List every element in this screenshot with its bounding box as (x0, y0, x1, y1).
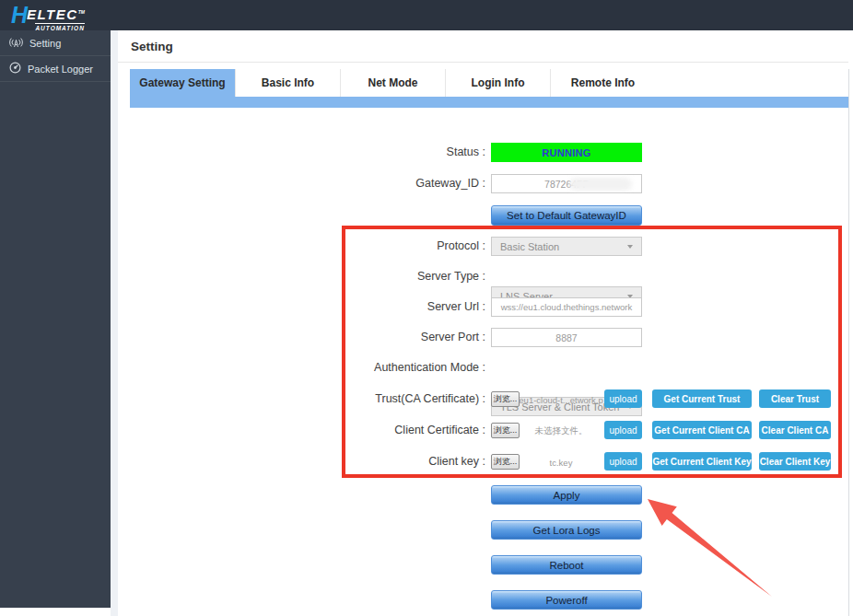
gateway-id-input[interactable]: 787264FF (491, 174, 642, 193)
sidebar-item-label: Setting (29, 38, 61, 49)
set-default-gatewayid-button[interactable]: Set to Default GatewayID (491, 205, 642, 226)
brand-h-mark: H (11, 3, 28, 27)
get-current-client-ca-button[interactable]: Get Current Client CA (652, 421, 752, 439)
content-right-border (848, 69, 849, 616)
clear-client-key-button[interactable]: Clear Client Key (759, 452, 831, 471)
topbar: H ELTECTM AUTOMATION (0, 0, 853, 30)
sidebar-item-setting[interactable]: Setting (0, 30, 111, 56)
tab-remote-info[interactable]: Remote Info (550, 69, 655, 97)
protocol-label: Protocol : (255, 239, 485, 253)
server-port-label: Server Port : (255, 331, 485, 344)
client-key-filename-text: tc.key (521, 453, 601, 471)
trust-filename-text: eu1-cloud-t...etwork.p (521, 390, 601, 409)
auth-mode-label: Authentication Mode : (255, 361, 485, 375)
trademark-symbol: TM (78, 9, 85, 15)
tab-basic-info[interactable]: Basic Info (235, 69, 340, 97)
tab-bar: Gateway Setting Basic Info Net Mode Logi… (130, 69, 655, 97)
client-key-upload-button[interactable]: upload (604, 452, 642, 471)
trust-browse-button[interactable]: 浏览... (491, 391, 520, 407)
packet-logger-icon (9, 62, 21, 76)
client-key-browse-button[interactable]: 浏览... (491, 454, 520, 470)
brand-name: ELTECTM (27, 5, 85, 22)
server-type-label: Server Type : (255, 270, 485, 284)
client-certificate-upload-button[interactable]: upload (604, 421, 642, 439)
chevron-down-icon (627, 245, 633, 249)
tab-net-mode[interactable]: Net Mode (340, 69, 445, 97)
antenna-icon (9, 37, 23, 50)
protocol-select[interactable]: Basic Station (491, 237, 642, 256)
trust-upload-button[interactable]: upload (604, 389, 642, 408)
client-key-label: Client key : (255, 455, 485, 469)
clear-client-ca-button[interactable]: Clear Client CA (759, 421, 831, 439)
server-url-input[interactable]: wss://eu1.cloud.thethings.network (491, 297, 642, 317)
trust-ca-label: Trust(CA Certificate) : (255, 392, 485, 406)
gateway-id-blur-patch (569, 178, 632, 191)
content-header: Setting (118, 30, 848, 63)
reboot-button[interactable]: Reboot (491, 555, 642, 575)
status-badge: RUNNING (491, 143, 642, 162)
poweroff-button[interactable]: Poweroff (491, 590, 642, 610)
content-gutter (111, 30, 118, 616)
apply-button[interactable]: Apply (491, 485, 642, 505)
client-certificate-filename-text: 未选择文件。 (521, 422, 601, 440)
gateway-id-label: Gateway_ID : (255, 177, 485, 191)
sidebar: Setting Packet Logger (0, 30, 111, 608)
brand-logo: H ELTECTM AUTOMATION (11, 3, 85, 31)
client-certificate-browse-button[interactable]: 浏览... (491, 423, 520, 438)
status-label: Status : (255, 145, 485, 159)
server-port-input[interactable]: 8887 (491, 328, 642, 347)
server-url-label: Server Url : (255, 300, 485, 314)
sidebar-item-packet-logger[interactable]: Packet Logger (0, 56, 111, 82)
get-current-client-key-button[interactable]: Get Current Client Key (652, 452, 752, 471)
tab-gateway-setting[interactable]: Gateway Setting (130, 69, 235, 97)
annotation-arrow (636, 486, 783, 608)
get-current-trust-button[interactable]: Get Current Trust (652, 389, 752, 408)
get-lora-logs-button[interactable]: Get Lora Logs (491, 520, 642, 540)
tab-login-info[interactable]: Login Info (445, 69, 550, 97)
tabs-underline (130, 97, 848, 108)
client-certificate-label: Client Certificate : (255, 424, 485, 437)
page-title: Setting (131, 40, 173, 53)
sidebar-item-label: Packet Logger (28, 64, 93, 75)
clear-trust-button[interactable]: Clear Trust (759, 389, 831, 408)
